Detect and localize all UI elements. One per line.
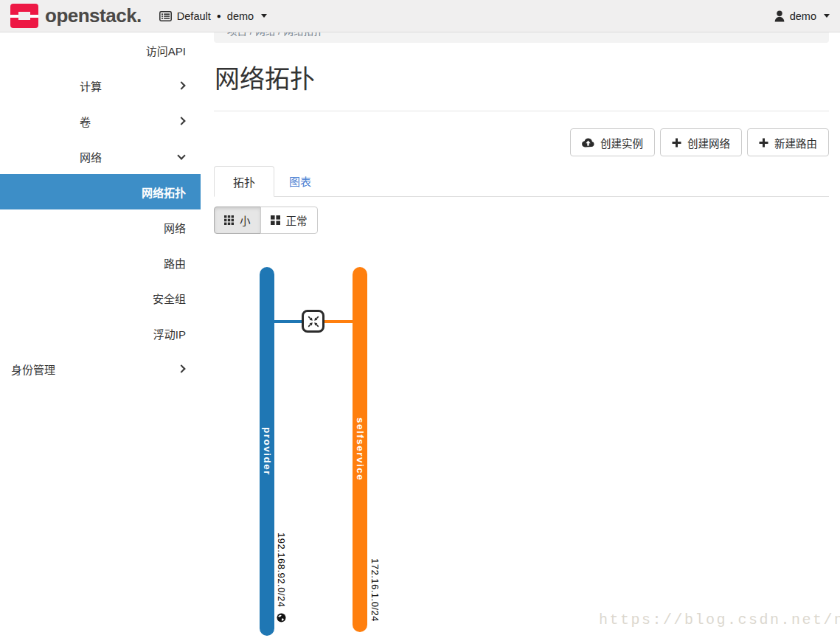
router-icon[interactable] — [302, 310, 324, 333]
subnet-cidr: 172.16.1.0/24 — [369, 558, 381, 622]
domain-project-switcher[interactable]: Default ● demo — [159, 10, 267, 22]
tab-topology[interactable]: 拓扑 — [214, 166, 274, 197]
chevron-right-icon — [177, 117, 185, 125]
sidebar-item-security-groups[interactable]: 安全组 — [0, 280, 201, 316]
sidebar-item-api-access[interactable]: 访问API — [0, 32, 201, 68]
main-content: 项目 / 网络 / 网络拓扑 网络拓扑 创建实例 — [214, 32, 829, 638]
username-label: demo — [790, 10, 816, 22]
size-toggle-group: 小 正常 — [214, 207, 318, 234]
watermark-text: https://blog.csdn.net/networken — [599, 611, 840, 628]
network-bar-selfservice[interactable]: selfservice — [353, 267, 367, 632]
tab-label: 拓扑 — [233, 174, 255, 190]
sidebar-group-label: 计算 — [80, 78, 102, 94]
horizon-dashboard: openstack. Default ● demo — [0, 0, 840, 638]
page-title: 网络拓扑 — [215, 59, 315, 95]
sidebar-group-label: 身份管理 — [11, 361, 55, 377]
action-buttons: 创建实例 创建网络 新建路由 — [570, 128, 829, 156]
plus-icon — [759, 138, 768, 148]
top-bar: openstack. Default ● demo — [0, 0, 840, 32]
chevron-down-icon — [177, 151, 185, 159]
context-separator: ● — [217, 12, 221, 20]
subnet-label-provider: 192.168.92.0/24 — [276, 533, 287, 623]
sidebar-item-floating-ips[interactable]: 浮动IP — [0, 316, 201, 351]
network-name-label: selfservice — [355, 417, 366, 481]
grid-3x3-icon — [224, 215, 234, 225]
sidebar-item-label: 网络 — [164, 220, 186, 235]
current-domain-label: Default — [177, 10, 211, 22]
user-icon — [774, 10, 785, 22]
button-label: 创建实例 — [600, 135, 643, 150]
sidebar-item-label: 网络拓扑 — [142, 184, 186, 200]
sidebar-group-label: 网络 — [80, 149, 102, 164]
size-normal-button[interactable]: 正常 — [260, 207, 318, 234]
chevron-right-icon — [177, 364, 185, 372]
current-project-label: demo — [227, 10, 254, 22]
sidebar-item-label: 访问API — [146, 43, 186, 58]
toggle-label: 正常 — [286, 212, 308, 228]
subnet-cidr: 192.168.92.0/24 — [276, 533, 287, 607]
create-network-button[interactable]: 创建网络 — [660, 128, 742, 156]
plus-icon — [672, 138, 681, 148]
sidebar-item-network-topology[interactable]: 网络拓扑 — [0, 174, 201, 209]
sidebar-item-routers[interactable]: 路由 — [0, 245, 201, 280]
view-tabs: 拓扑 图表 — [214, 166, 829, 197]
network-bar-provider[interactable]: provider — [260, 267, 274, 636]
toggle-label: 小 — [240, 212, 251, 228]
create-router-button[interactable]: 新建路由 — [747, 128, 829, 156]
tab-label: 图表 — [289, 173, 311, 189]
caret-down-icon — [261, 14, 267, 18]
sidebar-nav: 访问API 计算 卷 网络 网络拓扑 网络 路由 安全组 浮动IP 身 — [0, 32, 201, 638]
sidebar-group-compute[interactable]: 计算 — [0, 68, 201, 103]
network-name-label: provider — [262, 427, 273, 476]
tab-graph[interactable]: 图表 — [274, 165, 326, 196]
cloud-upload-icon — [582, 137, 594, 148]
sidebar-item-label: 浮动IP — [153, 326, 186, 341]
grid-2x2-icon — [271, 215, 280, 225]
title-divider — [214, 111, 829, 111]
user-menu[interactable]: demo — [774, 10, 830, 22]
sidebar-item-label: 安全组 — [153, 291, 186, 306]
sidebar-item-networks[interactable]: 网络 — [0, 209, 201, 245]
breadcrumb: 项目 / 网络 / 网络拓扑 — [214, 32, 829, 43]
router-link-selfservice — [322, 320, 353, 323]
openstack-brand[interactable]: openstack. — [10, 4, 142, 28]
sidebar-group-identity[interactable]: 身份管理 — [0, 351, 201, 386]
domain-list-icon — [159, 11, 172, 21]
launch-instance-button[interactable]: 创建实例 — [570, 128, 655, 156]
chevron-right-icon — [177, 81, 185, 89]
size-small-button[interactable]: 小 — [214, 207, 261, 234]
button-label: 新建路由 — [774, 135, 817, 150]
sidebar-item-label: 路由 — [164, 255, 186, 271]
breadcrumb-text: 项目 / 网络 / 网络拓扑 — [227, 32, 324, 38]
subnet-label-selfservice: 172.16.1.0/24 — [369, 558, 381, 622]
openstack-logo-icon — [10, 4, 38, 28]
sidebar-group-label: 卷 — [80, 114, 91, 129]
sidebar-group-volumes[interactable]: 卷 — [0, 103, 201, 139]
caret-down-icon — [824, 14, 830, 18]
brand-wordmark: openstack. — [45, 4, 142, 27]
router-link-provider — [273, 320, 302, 323]
button-label: 创建网络 — [687, 135, 730, 150]
external-network-globe-icon — [277, 613, 286, 623]
sidebar-group-network[interactable]: 网络 — [0, 139, 201, 174]
